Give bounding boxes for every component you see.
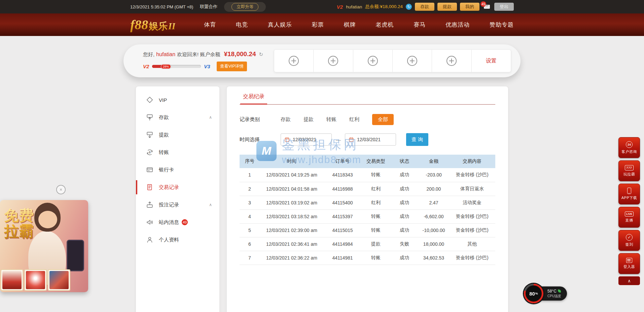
- cell-amount: 2.47: [419, 196, 449, 209]
- nav-item-7[interactable]: 赛马: [414, 21, 426, 29]
- filter-option-3[interactable]: 转账: [326, 116, 336, 123]
- cell-type: 转账: [361, 168, 390, 182]
- transactions-table: 序号时间订单号交易类型状态金额交易内容 112/03/2021 04:19:25…: [240, 155, 495, 265]
- mail-icon[interactable]: 49: [484, 5, 490, 9]
- refresh-balance-icon[interactable]: ↻: [406, 4, 412, 10]
- launcher-icon: [626, 258, 632, 263]
- sidebar-item-withdraw[interactable]: 提款: [136, 126, 219, 144]
- cell-no: 2: [240, 182, 260, 196]
- quick-action-slot-3[interactable]: [353, 50, 393, 72]
- cell-no: 5: [240, 223, 260, 237]
- table-row: 112/03/2021 04:19:25 am44118343转账成功-203.…: [240, 168, 495, 182]
- promo-thumb-2[interactable]: [24, 269, 47, 291]
- cell-time: 12/03/2021 02:36:22 am: [260, 251, 324, 265]
- sidebar-item-bank-card[interactable]: 银行卡: [136, 161, 219, 179]
- cell-no: 6: [240, 237, 260, 251]
- nav-item-5[interactable]: 棋牌: [344, 21, 356, 29]
- alliance-link[interactable]: 联盟合作: [200, 4, 217, 10]
- nav-item-6[interactable]: 老虎机: [375, 21, 394, 29]
- cell-type: 转账: [361, 223, 390, 237]
- column-header: 交易类型: [361, 155, 390, 168]
- svg-text:$: $: [149, 151, 151, 154]
- nav-item-8[interactable]: 优惠活动: [445, 21, 470, 29]
- cell-content: 资金转移 (沙巴): [449, 168, 495, 182]
- sidebar-item-profile[interactable]: 个人资料: [136, 231, 219, 248]
- sidebar-item-betting[interactable]: 投注记录∧: [136, 196, 219, 213]
- withdraw-button[interactable]: 提款: [437, 3, 457, 11]
- datetime-text: 12/3/2021 5:35:02 PM (GMT +8): [130, 4, 193, 9]
- filter-option-4[interactable]: 红利: [349, 116, 359, 123]
- site-logo[interactable]: f88 娱乐 II: [130, 17, 175, 33]
- nav-item-1[interactable]: 体育: [204, 21, 216, 29]
- filter-option-2[interactable]: 提款: [303, 116, 314, 123]
- float-slot-button[interactable]: 777玩拉霸: [618, 160, 640, 181]
- float-button-label: 直播: [625, 218, 633, 223]
- profile-icon: [146, 236, 153, 243]
- mine-button[interactable]: 我的: [460, 3, 479, 11]
- upgrade-capsule: 立即升等: [224, 2, 266, 12]
- float-service-24-button[interactable]: 24客户咨询: [618, 137, 640, 158]
- quick-action-slot-1[interactable]: [274, 50, 314, 72]
- settings-button[interactable]: 设置: [472, 50, 511, 72]
- chevron-up-icon: ∧: [209, 202, 212, 207]
- nav-item-4[interactable]: 彩票: [312, 21, 324, 29]
- promo-thumb-1[interactable]: [1, 269, 23, 291]
- cell-type: 转账: [361, 251, 390, 265]
- table-row: 512/03/2021 02:39:00 am44115015转账成功-10,0…: [240, 223, 495, 237]
- cell-order: 44115397: [324, 209, 361, 223]
- category-label: 记录类别: [240, 116, 281, 123]
- category-filter-row: 记录类别 存款提款转账红利全部: [240, 114, 495, 125]
- filter-option-5-active[interactable]: 全部: [372, 114, 394, 125]
- sidebar-item-transaction[interactable]: 交易记录: [136, 179, 219, 196]
- nav-item-3[interactable]: 真人娱乐: [268, 21, 292, 29]
- upgrade-button[interactable]: 立即升等: [231, 3, 258, 11]
- promo-banner[interactable]: 免费 拉霸: [0, 200, 88, 292]
- sidebar-item-label: 存款: [159, 114, 169, 121]
- filter-option-1[interactable]: 存款: [281, 116, 291, 123]
- time-label: 时间选择: [240, 136, 281, 143]
- logout-button[interactable]: 登出: [494, 3, 514, 11]
- sidebar-item-label: 转账: [159, 149, 169, 156]
- transactions-panel: 交易纪录 记录类别 存款提款转账红利全部 时间选择 12/03/2021 — 1…: [226, 86, 508, 312]
- date-from-input[interactable]: 12/03/2021: [281, 133, 332, 146]
- quick-action-slot-4[interactable]: [393, 50, 432, 72]
- main-navigation: f88 娱乐 II 体育电竞真人娱乐彩票棋牌老虎机赛马优惠活动赞助专题: [0, 13, 644, 36]
- float-live-button[interactable]: LIVE直播: [618, 207, 640, 228]
- sidebar-item-label: VIP: [159, 97, 167, 103]
- float-app-download-button[interactable]: APP下载: [618, 184, 640, 204]
- vip-detail-button[interactable]: 查看VIP详情: [217, 62, 247, 71]
- sidebar-item-megaphone[interactable]: 站内消息49: [136, 213, 219, 231]
- float-button-label: APP下载: [621, 195, 637, 200]
- mail-count-badge: 49: [480, 1, 486, 7]
- float-check-in-button[interactable]: ✓签到: [618, 230, 640, 251]
- cell-status: 失败: [390, 237, 419, 251]
- cell-content: 资金转移 (沙巴): [449, 251, 495, 265]
- quick-action-slot-5[interactable]: [432, 50, 471, 72]
- logo-suffix: II: [168, 21, 175, 32]
- date-to-input[interactable]: 12/03/2021: [345, 133, 396, 146]
- ad-close-button[interactable]: ×: [56, 185, 66, 194]
- quick-action-slot-2[interactable]: [314, 50, 353, 72]
- search-button[interactable]: 查 询: [406, 133, 428, 146]
- chevron-up-icon: ∧: [628, 278, 631, 283]
- vip-level-badge: V2: [337, 4, 343, 10]
- logo-text: 娱乐: [149, 20, 168, 33]
- nav-item-2[interactable]: 电竞: [236, 21, 248, 29]
- cell-type: 提款: [361, 237, 390, 251]
- sidebar-item-label: 交易记录: [159, 184, 179, 191]
- nav-item-9[interactable]: 赞助专题: [490, 21, 514, 29]
- cell-status: 成功: [390, 196, 419, 209]
- float-launcher-button[interactable]: 登入器: [618, 253, 640, 274]
- sidebar-item-diamond[interactable]: VIP: [136, 91, 219, 109]
- sidebar-item-transfer[interactable]: $转账: [136, 144, 219, 161]
- cell-no: 7: [240, 251, 260, 265]
- transaction-icon: [146, 184, 153, 191]
- promo-thumb-3[interactable]: [48, 269, 70, 291]
- table-header-row: 序号时间订单号交易类型状态金额交易内容: [240, 155, 495, 168]
- deposit-button[interactable]: 存款: [415, 3, 434, 11]
- back-to-top-button[interactable]: ∧: [618, 276, 640, 285]
- tab-transaction-records[interactable]: 交易纪录: [240, 93, 267, 104]
- vip-progress-bar: 28%: [152, 65, 201, 68]
- sidebar-item-deposit[interactable]: 存款∧: [136, 109, 219, 126]
- refresh-icon[interactable]: ↻: [259, 51, 263, 57]
